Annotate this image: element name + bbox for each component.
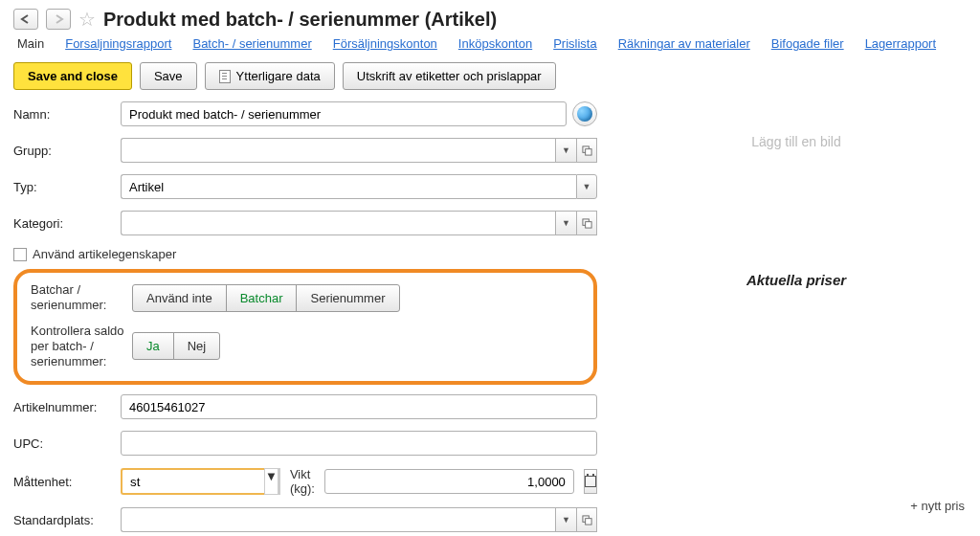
category-label: Kategori: — [13, 216, 121, 231]
tab-sales-report[interactable]: Forsaljningsrapport — [65, 36, 171, 51]
globe-button[interactable] — [572, 101, 597, 126]
save-button[interactable]: Save — [140, 62, 197, 90]
tab-pricelist[interactable]: Prislista — [553, 36, 597, 51]
batch-settings-highlight: Batchar / serienummer: Använd inte Batch… — [13, 269, 597, 385]
calculator-button[interactable] — [584, 469, 597, 494]
upc-input[interactable] — [121, 431, 597, 456]
uom-label: Måttenhet: — [13, 475, 121, 489]
batch-opt-none[interactable]: Använd inte — [132, 284, 227, 312]
category-dropdown[interactable]: ▼ — [555, 211, 576, 235]
page-title: Produkt med batch- / serienummer (Artike… — [103, 9, 497, 31]
type-input[interactable] — [121, 174, 576, 199]
batch-label: Batchar / serienummer: — [31, 282, 132, 314]
type-dropdown[interactable]: ▼ — [576, 174, 597, 199]
loc-input[interactable] — [121, 507, 555, 532]
category-open[interactable] — [576, 211, 597, 235]
save-close-button[interactable]: Save and close — [13, 62, 132, 90]
category-input[interactable] — [121, 211, 555, 235]
uom-input[interactable] — [121, 468, 264, 495]
svg-rect-7 — [585, 518, 590, 524]
svg-rect-1 — [585, 148, 590, 154]
globe-icon — [577, 106, 592, 122]
tab-stock-report[interactable]: Lagerrapport — [865, 36, 936, 51]
loc-dropdown[interactable]: ▼ — [555, 507, 576, 532]
tab-batch-serial[interactable]: Batch- / serienummer — [192, 36, 311, 51]
group-input[interactable] — [121, 138, 555, 163]
artno-input[interactable] — [121, 394, 597, 419]
upc-label: UPC: — [13, 436, 121, 451]
document-icon — [219, 70, 231, 83]
star-icon[interactable]: ☆ — [78, 8, 96, 31]
tab-purchase-accounts[interactable]: Inköpskonton — [458, 36, 532, 51]
new-price-link[interactable]: + nytt pris — [910, 499, 965, 513]
name-label: Namn: — [13, 107, 121, 122]
calculator-icon — [585, 476, 596, 487]
type-label: Typ: — [13, 180, 121, 194]
control-yes[interactable]: Ja — [132, 332, 174, 360]
tab-main[interactable]: Main — [17, 36, 44, 51]
weight-label: Vikt (kg): — [290, 467, 315, 496]
batch-opt-batchar[interactable]: Batchar — [226, 284, 298, 312]
uom-dropdown[interactable]: ▼ — [264, 468, 278, 495]
use-properties-checkbox[interactable] — [13, 248, 27, 261]
uom-open[interactable] — [278, 468, 280, 495]
artno-label: Artikelnummer: — [13, 400, 121, 414]
control-no[interactable]: Nej — [173, 332, 221, 360]
tab-sales-accounts[interactable]: Försäljningskonton — [333, 36, 437, 51]
tab-bar: Main Forsaljningsrapport Batch- / serien… — [13, 36, 967, 51]
weight-input[interactable] — [324, 469, 574, 494]
name-input[interactable] — [121, 101, 567, 126]
print-labels-button[interactable]: Utskrift av etiketter och prislappar — [343, 62, 556, 90]
group-label: Grupp: — [13, 144, 121, 158]
use-properties-label: Använd artikelegenskaper — [33, 247, 176, 261]
svg-rect-3 — [585, 221, 590, 227]
tab-bom[interactable]: Räkningar av materialer — [618, 36, 750, 51]
back-button[interactable] — [13, 9, 38, 30]
current-prices-heading: Aktuella priser — [626, 272, 967, 288]
loc-open[interactable] — [576, 507, 597, 532]
loc-label: Standardplats: — [13, 513, 121, 527]
tab-attachments[interactable]: Bifogade filer — [771, 36, 844, 51]
forward-button[interactable] — [46, 9, 71, 30]
control-label: Kontrollera saldo per batch- / serienumm… — [31, 324, 132, 370]
batch-opt-serial[interactable]: Serienummer — [296, 284, 399, 312]
group-open[interactable] — [576, 138, 597, 163]
add-image-link[interactable]: Lägg till en bild — [626, 134, 967, 149]
more-data-button[interactable]: Ytterligare data — [205, 62, 335, 90]
group-dropdown[interactable]: ▼ — [555, 138, 576, 163]
